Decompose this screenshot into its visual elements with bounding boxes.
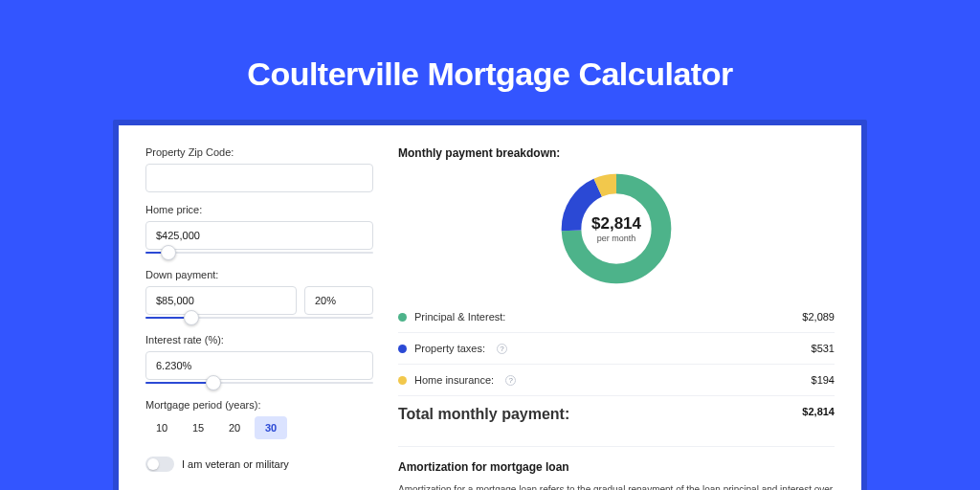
payment-donut-chart: $2,814 per month — [557, 169, 676, 288]
down-payment-field: Down payment: — [145, 269, 373, 323]
period-option-15[interactable]: 15 — [182, 416, 214, 439]
total-value: $2,814 — [802, 406, 835, 423]
period-option-30[interactable]: 30 — [255, 416, 287, 439]
mortgage-period-label: Mortgage period (years): — [145, 399, 373, 411]
interest-rate-input[interactable] — [145, 351, 373, 380]
veteran-label: I am veteran or military — [182, 458, 289, 470]
zip-label: Property Zip Code: — [145, 146, 373, 158]
down-payment-label: Down payment: — [145, 269, 373, 280]
inputs-column: Property Zip Code: Home price: Down paym… — [145, 146, 373, 490]
amortization-title: Amortization for mortgage loan — [398, 460, 835, 474]
slider-thumb[interactable] — [161, 245, 176, 260]
legend-row: Home insurance:?$194 — [398, 364, 835, 395]
legend-row: Principal & Interest:$2,089 — [398, 301, 835, 332]
legend-label: Home insurance: — [414, 374, 494, 386]
zip-field: Property Zip Code: — [145, 146, 373, 192]
home-price-field: Home price: — [145, 204, 373, 257]
legend-dot — [398, 345, 407, 353]
home-price-input[interactable] — [145, 221, 373, 250]
breakdown-legend: Principal & Interest:$2,089Property taxe… — [398, 301, 835, 395]
breakdown-column: Monthly payment breakdown: $2,814 per mo… — [398, 146, 835, 490]
veteran-toggle[interactable] — [145, 457, 174, 472]
period-option-10[interactable]: 10 — [145, 416, 178, 439]
mortgage-period-field: Mortgage period (years): 10152030 — [145, 399, 373, 439]
breakdown-title: Monthly payment breakdown: — [398, 146, 835, 160]
slider-thumb[interactable] — [184, 310, 199, 325]
zip-input[interactable] — [145, 164, 373, 192]
down-payment-slider[interactable] — [145, 313, 373, 323]
period-option-20[interactable]: 20 — [218, 416, 251, 439]
donut-sub: per month — [597, 234, 636, 243]
interest-rate-slider[interactable] — [145, 378, 373, 388]
home-price-slider[interactable] — [145, 248, 373, 257]
legend-label: Principal & Interest: — [414, 311, 505, 323]
total-label: Total monthly payment: — [398, 406, 569, 423]
veteran-toggle-row: I am veteran or military — [145, 457, 373, 472]
home-price-label: Home price: — [145, 204, 373, 215]
legend-value: $2,089 — [802, 311, 835, 323]
interest-rate-field: Interest rate (%): — [145, 334, 373, 388]
down-payment-percent-input[interactable] — [304, 286, 373, 315]
interest-rate-label: Interest rate (%): — [145, 334, 373, 345]
donut-amount: $2,814 — [591, 214, 641, 234]
slider-thumb[interactable] — [206, 375, 221, 390]
info-icon[interactable]: ? — [505, 375, 516, 386]
amortization-text: Amortization for a mortgage loan refers … — [398, 483, 835, 490]
info-icon[interactable]: ? — [497, 344, 507, 354]
calculator-frame: Property Zip Code: Home price: Down paym… — [113, 120, 867, 490]
total-row: Total monthly payment: $2,814 — [398, 395, 835, 433]
calculator-panel: Property Zip Code: Home price: Down paym… — [119, 125, 861, 490]
legend-value: $194 — [812, 374, 835, 386]
legend-dot — [398, 376, 407, 385]
legend-value: $531 — [812, 343, 835, 354]
down-payment-amount-input[interactable] — [145, 286, 297, 315]
legend-dot — [398, 313, 407, 322]
legend-row: Property taxes:?$531 — [398, 332, 835, 364]
page-title: Coulterville Mortgage Calculator — [247, 56, 732, 93]
legend-label: Property taxes: — [414, 343, 485, 354]
amortization-section: Amortization for mortgage loan Amortizat… — [398, 446, 835, 490]
